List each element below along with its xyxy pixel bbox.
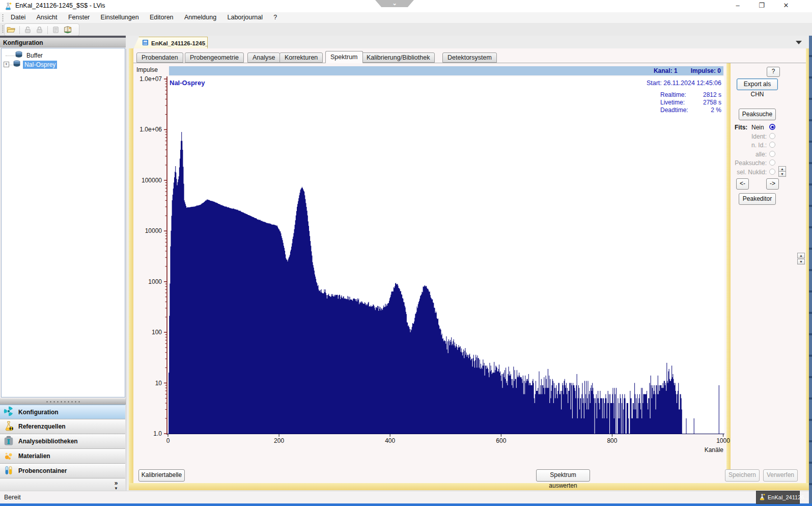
- fits-option-nid-label: n. Id.:: [736, 142, 767, 149]
- restore-button[interactable]: ❐: [753, 0, 770, 11]
- sidebar-item-materialien[interactable]: Materialien: [0, 449, 125, 464]
- materialien-icon: [3, 450, 14, 463]
- kalibriertabelle-button[interactable]: Kalibriertabelle: [138, 469, 185, 482]
- analysebibliotheken-icon: [3, 435, 14, 448]
- menu-bar: Datei Ansicht Fenster Einstellungen Edit…: [0, 12, 812, 23]
- tab-close-icon[interactable]: ✕: [223, 40, 228, 46]
- fits-radio-nid[interactable]: [769, 142, 775, 148]
- tab-analyse[interactable]: Analyse: [247, 52, 280, 63]
- close-button[interactable]: ✕: [777, 0, 795, 11]
- sidebar-item-probencontainer[interactable]: Probencontainer: [0, 464, 125, 478]
- document-tab[interactable]: EnKal_241126-1245_$S$ ✕: [133, 37, 208, 49]
- fits-option-sel-nuklid-label: sel. Nuklid:: [726, 169, 767, 176]
- deadtime-value: 2 %: [691, 106, 721, 114]
- document-tab-title: EnKal_241126-1245_$S$: [151, 40, 219, 46]
- panel-collapse-up[interactable]: ▲: [797, 253, 805, 258]
- deadtime-label: Deadtime:: [660, 106, 688, 114]
- fits-option-peaksuche-label: Peaksuche:: [726, 159, 767, 167]
- menubar-grip: [2, 14, 4, 21]
- remote-toolbar-notch[interactable]: ⌄: [375, 0, 414, 7]
- probencontainer-icon: [3, 465, 14, 477]
- fits-radio-nein[interactable]: [769, 124, 775, 130]
- tab-detektorsystem[interactable]: Detektorsystem: [442, 52, 497, 63]
- fits-radio-alle[interactable]: [769, 151, 775, 157]
- menu-datei[interactable]: Datei: [6, 12, 30, 23]
- sidebar-item-referenzquellen[interactable]: Referenzquellen: [0, 419, 125, 434]
- fits-label: Fits:: [735, 124, 747, 131]
- tab-kalibrierung-bibliothek[interactable]: Kalibrierung/Bibliothek: [361, 52, 435, 63]
- realtime-value: 2812 s: [691, 91, 721, 98]
- laborjournal-book-icon[interactable]: [63, 25, 72, 34]
- minimized-document-item[interactable]: EnKal_241126...: [756, 491, 800, 504]
- fits-option-alle-label: alle:: [736, 151, 767, 158]
- tab-probengeometrie[interactable]: Probengeometrie: [185, 52, 244, 63]
- menu-einstellungen[interactable]: Einstellungen: [96, 12, 144, 23]
- export-chn-button[interactable]: Export als CHN: [737, 78, 778, 90]
- menu-hilfe[interactable]: ?: [269, 12, 282, 23]
- sidebar-item-konfiguration[interactable]: Konfiguration: [0, 405, 125, 419]
- livetime-label: Livetime:: [660, 99, 685, 106]
- next-peak-button[interactable]: ->: [766, 178, 779, 190]
- speichern-button[interactable]: Speichern: [725, 469, 760, 482]
- panel-collapse-down[interactable]: ▼: [797, 259, 805, 264]
- minimize-button[interactable]: –: [729, 0, 746, 11]
- acquisition-start: Start: 26.11.2024 12:45:06: [560, 79, 721, 87]
- tree-item-nai-osprey[interactable]: + NaI-Osprey: [2, 60, 124, 69]
- referenzquellen-flask-icon: [3, 420, 14, 433]
- lvis-window: EnKal_241126-1245_$S$ - LVis ⌄ – ❐ ✕ Dat…: [0, 0, 812, 506]
- page-tab-bar: Probendaten Probengeometrie Analyse Korr…: [133, 51, 806, 63]
- help-button[interactable]: ?: [767, 67, 780, 77]
- sidebar-item-label: Konfiguration: [18, 409, 59, 416]
- nuklid-spinner-down[interactable]: ▼: [778, 171, 786, 177]
- verwerfen-button[interactable]: Verwerfen: [763, 469, 798, 482]
- prev-peak-button[interactable]: <-: [736, 178, 749, 190]
- task-item-label: EnKal_241126...: [768, 494, 809, 500]
- detector-icon: [13, 60, 21, 69]
- tree-expander-icon[interactable]: +: [4, 62, 9, 67]
- spektrum-auswerten-button[interactable]: Spektrum auswerten: [536, 469, 590, 482]
- status-text: Bereit: [4, 494, 21, 501]
- menu-laborjournal[interactable]: Laborjournal: [223, 12, 268, 23]
- menu-anmeldung[interactable]: Anmeldung: [180, 12, 221, 23]
- tree-item-label-selected: NaI-Osprey: [23, 61, 57, 69]
- peakeditor-button[interactable]: Peakeditor: [739, 193, 776, 205]
- left-dock-panel: Konfiguration Buffer + NaI-Osprey: [0, 36, 126, 493]
- spectrum-doc-icon: [142, 39, 149, 47]
- fits-radio-sel-nuklid[interactable]: [769, 169, 775, 175]
- app-icon: [759, 493, 766, 501]
- detector-icon: [15, 51, 23, 60]
- impulse-readout: Impulse: 0: [691, 67, 721, 74]
- tab-list-dropdown-icon[interactable]: [796, 41, 802, 44]
- toolbar-grip: [2, 25, 4, 33]
- tab-korrekturen[interactable]: Korrekturen: [279, 52, 323, 63]
- menu-ansicht[interactable]: Ansicht: [32, 12, 62, 23]
- livetime-value: 2758 s: [691, 99, 721, 106]
- fits-option-nein-label: Nein: [751, 124, 764, 131]
- configuration-tree: Buffer + NaI-Osprey: [1, 48, 125, 397]
- tab-probendaten[interactable]: Probendaten: [136, 52, 183, 63]
- tab-spektrum[interactable]: Spektrum: [325, 51, 363, 63]
- overflow-arrow-icon[interactable]: ▼: [114, 486, 118, 491]
- sidebar-item-analysebibliotheken[interactable]: Analysebibliotheken: [0, 434, 125, 449]
- menu-editoren[interactable]: Editoren: [145, 12, 178, 23]
- channel-info-bar: Kanal: 1 Impulse: 0: [169, 66, 723, 75]
- fits-radio-peaksuche[interactable]: [769, 159, 775, 166]
- app-icon: [4, 2, 12, 12]
- x-axis-title: Kanäle: [693, 446, 723, 454]
- panel-splitter[interactable]: [0, 398, 126, 405]
- tree-item-buffer[interactable]: Buffer: [2, 51, 124, 60]
- title-bar: EnKal_241126-1245_$S$ - LVis ⌄ – ❐ ✕: [0, 0, 812, 13]
- konfiguration-icon: [3, 406, 14, 418]
- lock-open-icon: [23, 25, 33, 34]
- menu-fenster[interactable]: Fenster: [64, 12, 94, 23]
- chevron-down-icon: ⌄: [392, 0, 397, 6]
- spectrum-title: NaI-Osprey: [170, 79, 205, 87]
- overflow-chevrons-icon[interactable]: »: [115, 481, 118, 486]
- open-folder-icon[interactable]: [7, 25, 16, 34]
- status-bar: Bereit: [0, 491, 812, 504]
- fits-option-ident-label: Ident:: [736, 133, 767, 140]
- fits-radio-ident[interactable]: [769, 133, 775, 139]
- peaksuche-button[interactable]: Peaksuche: [739, 109, 776, 120]
- page-frame-divider: [726, 63, 731, 479]
- sidebar-item-label: Materialien: [18, 452, 50, 460]
